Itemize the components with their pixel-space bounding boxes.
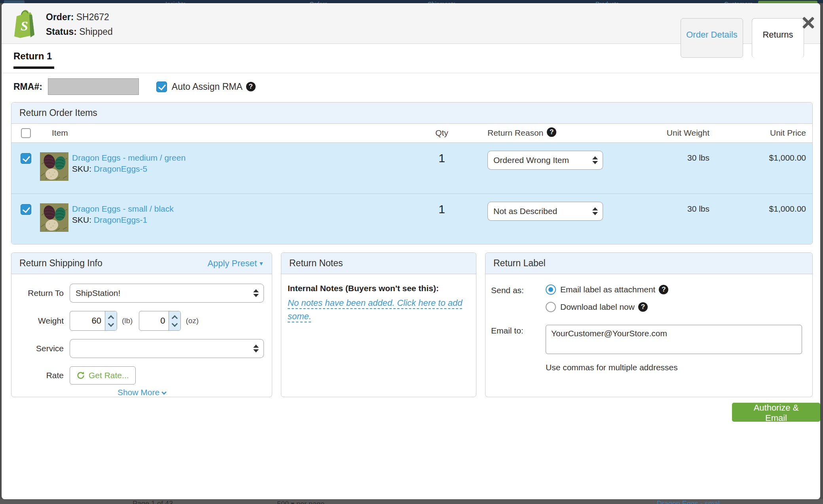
refresh-icon: [76, 371, 85, 380]
product-image: [40, 203, 68, 232]
sku-link[interactable]: DragonEggs-1: [94, 215, 147, 224]
tab-returns[interactable]: Returns: [752, 18, 804, 58]
select-all-checkbox[interactable]: [21, 128, 31, 138]
column-item: Item: [40, 124, 411, 142]
select-carets-icon: [592, 156, 598, 164]
service-select[interactable]: [70, 339, 264, 358]
chevron-down-icon: [161, 390, 167, 395]
return-to-label: Return To: [19, 288, 64, 298]
item-qty: 1: [411, 143, 472, 193]
stepper-arrows-icon[interactable]: [169, 311, 180, 330]
column-return-reason: Return Reason ?: [472, 124, 621, 142]
return-reason-value: Ordered Wrong Item: [493, 155, 569, 165]
order-number: SH2672: [76, 12, 109, 22]
background-product-link-fragment: Dragon Eggs - smal: [657, 500, 720, 504]
show-more-link[interactable]: Show More: [19, 388, 264, 397]
background-nav-item: Insights: [165, 0, 186, 3]
internal-notes-label: Internal Notes (Buyers won't see this):: [288, 284, 470, 293]
return-order-items-panel: Return Order Items Item Qty Return Reaso…: [11, 102, 813, 244]
stepper-arrows-icon[interactable]: [105, 311, 117, 330]
return-reason-help-icon[interactable]: ?: [547, 127, 556, 137]
background-pager-text: Page 1 of 43: [133, 500, 173, 504]
background-perpage-text: 500 ▾ per page: [277, 500, 324, 504]
background-logo-fragment: [4, 0, 25, 3]
svg-text:S: S: [21, 19, 28, 33]
weight-oz-stepper[interactable]: 0: [139, 311, 181, 331]
get-rate-button[interactable]: Get Rate...: [70, 366, 136, 385]
rate-label: Rate: [19, 371, 64, 380]
email-label-radio-option[interactable]: Email label as attachment ?: [546, 284, 668, 295]
background-nav-item: Shipments: [428, 0, 456, 3]
radio-unselected-icon[interactable]: [546, 302, 556, 312]
return-to-select[interactable]: ShipStation!: [70, 284, 264, 303]
service-label: Service: [19, 344, 64, 353]
status-label: Status:: [46, 27, 77, 37]
help-icon[interactable]: ?: [659, 285, 668, 294]
item-unit-weight: 30 lbs: [621, 194, 709, 244]
show-more-label: Show More: [118, 388, 159, 397]
download-label-radio-option[interactable]: Download label now ?: [546, 302, 668, 312]
email-to-input[interactable]: YourCustomer@YourStore.com: [546, 325, 802, 354]
sku-label: SKU:: [72, 164, 91, 173]
sku-link[interactable]: DragonEggs-5: [94, 164, 147, 173]
return-to-value: ShipStation!: [76, 288, 120, 298]
close-icon[interactable]: [801, 15, 816, 30]
product-image: [40, 152, 68, 181]
tab-order-details[interactable]: Order Details: [681, 18, 743, 58]
column-unit-weight: Unit Weight: [621, 124, 709, 142]
order-status: Shipped: [79, 27, 112, 37]
column-qty: Qty: [411, 124, 472, 142]
shopify-logo-icon: S: [12, 9, 38, 40]
help-icon[interactable]: ?: [246, 82, 256, 91]
return-reason-select[interactable]: Not as Described: [487, 202, 603, 221]
auto-assign-rma-checkbox[interactable]: [156, 81, 167, 92]
item-unit-price: $1,000.00: [709, 194, 812, 244]
tab-order-details-label: Order Details: [686, 30, 738, 57]
return-order-items-header: Return Order Items: [11, 102, 812, 124]
return-order-items-title: Return Order Items: [19, 108, 97, 118]
email-hint: Use commas for multiple addresses: [546, 363, 807, 372]
add-notes-link[interactable]: No notes have been added. Click here to …: [288, 298, 463, 321]
return-notes-title: Return Notes: [289, 258, 343, 269]
email-to-label: Email to:: [491, 325, 546, 354]
column-return-reason-label: Return Reason: [487, 128, 543, 138]
select-carets-icon: [592, 207, 598, 215]
return-reason-value: Not as Described: [493, 207, 557, 216]
get-rate-label: Get Rate...: [89, 371, 129, 380]
radio-selected-icon[interactable]: [546, 284, 556, 295]
background-nav-item: Orders: [309, 0, 328, 3]
sku-label: SKU:: [72, 215, 91, 224]
item-name-link[interactable]: Dragon Eggs - small / black: [72, 204, 174, 213]
oz-unit-label: (oz): [186, 316, 199, 325]
authorize-and-email-button[interactable]: Authorize & Email: [732, 403, 820, 422]
item-qty: 1: [411, 194, 472, 244]
weight-lb-stepper[interactable]: 60: [70, 311, 117, 331]
tab-return-1[interactable]: Return 1: [13, 51, 54, 69]
weight-lb-value: 60: [70, 311, 105, 330]
return-notes-panel: Return Notes Internal Notes (Buyers won'…: [281, 252, 476, 397]
item-name-link[interactable]: Dragon Eggs - medium / green: [72, 153, 186, 162]
item-checkbox[interactable]: [21, 204, 31, 215]
weight-label: Weight: [19, 316, 64, 326]
weight-oz-value: 0: [139, 311, 169, 330]
send-as-label: Send as:: [491, 284, 546, 319]
apply-preset-dropdown[interactable]: Apply Preset▼: [207, 258, 264, 269]
lower-panels: Return Shipping Info Apply Preset▼ Retur…: [11, 252, 813, 397]
return-label-panel: Return Label Send as: Email label as att…: [485, 252, 813, 397]
item-unit-price: $1,000.00: [709, 143, 812, 193]
select-carets-icon: [253, 289, 259, 297]
help-icon[interactable]: ?: [638, 302, 648, 312]
item-checkbox[interactable]: [21, 153, 31, 164]
order-label: Order:: [46, 12, 74, 22]
background-nav-item: Customers: [724, 0, 753, 3]
background-pager-bar: Page 1 of 43 500 ▾ per page Dragon Eggs …: [0, 499, 823, 504]
return-reason-select[interactable]: Ordered Wrong Item: [487, 151, 603, 170]
rma-row: RMA#: Auto Assign RMA ?: [13, 78, 256, 95]
auto-assign-rma-label: Auto Assign RMA: [172, 81, 243, 92]
apply-preset-label: Apply Preset: [207, 258, 257, 268]
rma-input[interactable]: [48, 78, 139, 95]
column-unit-price: Unit Price: [709, 124, 812, 142]
item-row: Dragon Eggs - medium / green SKU: Dragon…: [11, 143, 812, 193]
return-shipping-info-panel: Return Shipping Info Apply Preset▼ Retur…: [11, 252, 272, 397]
background-top-nav: Insights Orders Shipments Products Custo…: [0, 0, 823, 3]
